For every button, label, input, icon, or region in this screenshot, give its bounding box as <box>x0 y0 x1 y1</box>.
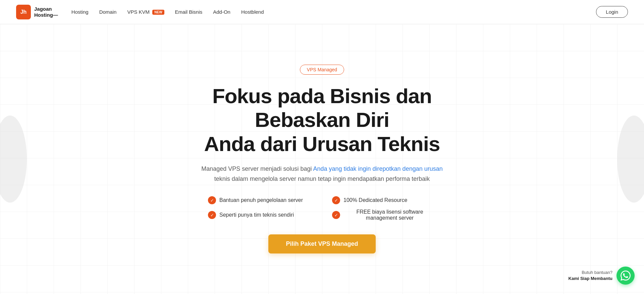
nav-links: Hosting Domain VPS KVM NEW Email Bisnis … <box>71 9 264 15</box>
features-grid: ✓ Bantuan penuh pengelolaan server ✓ 100… <box>208 196 436 221</box>
login-button[interactable]: Login <box>596 6 628 18</box>
new-badge: NEW <box>152 10 164 15</box>
whatsapp-text: Butuh bantuan? Kami Siap Membantu <box>569 270 612 282</box>
nav-item-hostblend[interactable]: Hostblend <box>241 9 264 15</box>
right-decoration <box>617 116 644 203</box>
nav-item-domain[interactable]: Domain <box>99 9 117 15</box>
nav-item-hosting[interactable]: Hosting <box>71 9 89 15</box>
nav-item-email-bisnis[interactable]: Email Bisnis <box>175 9 203 15</box>
feature-item-2: ✓ 100% Dedicated Resource <box>332 196 436 204</box>
nav-item-addon[interactable]: Add-On <box>213 9 230 15</box>
hero-content: VPS Managed Fokus pada Bisnis dan Bebask… <box>171 65 473 253</box>
whatsapp-button[interactable] <box>616 267 635 285</box>
check-icon-4: ✓ <box>332 211 340 219</box>
navbar: Jh Jagoan Hosting— Hosting Domain VPS KV… <box>0 0 644 24</box>
feature-item-4: ✓ FREE biaya lisensi software management… <box>332 209 436 221</box>
hero-title: Fokus pada Bisnis dan Bebaskan Diri Anda… <box>179 84 465 156</box>
check-icon-1: ✓ <box>208 196 216 204</box>
check-icon-3: ✓ <box>208 211 216 219</box>
feature-item-1: ✓ Bantuan penuh pengelolaan server <box>208 196 312 204</box>
cta-button[interactable]: Pilih Paket VPS Managed <box>268 234 375 253</box>
hero-section: VPS Managed Fokus pada Bisnis dan Bebask… <box>0 24 644 294</box>
whatsapp-row: Butuh bantuan? Kami Siap Membantu <box>569 267 635 285</box>
navbar-left: Jh Jagoan Hosting— Hosting Domain VPS KV… <box>16 5 264 19</box>
left-decoration <box>0 116 27 203</box>
check-icon-2: ✓ <box>332 196 340 204</box>
hero-subtitle: Managed VPS server menjadi solusi bagi A… <box>191 164 453 184</box>
whatsapp-container: Butuh bantuan? Kami Siap Membantu <box>569 267 635 285</box>
logo-icon: Jh <box>16 5 31 19</box>
whatsapp-icon <box>621 271 631 281</box>
logo[interactable]: Jh Jagoan Hosting— <box>16 5 58 19</box>
feature-item-3: ✓ Seperti punya tim teknis sendiri <box>208 209 312 221</box>
nav-item-vps-kvm[interactable]: VPS KVM NEW <box>127 9 164 15</box>
vps-badge: VPS Managed <box>300 65 344 75</box>
logo-text: Jagoan Hosting— <box>34 6 58 18</box>
